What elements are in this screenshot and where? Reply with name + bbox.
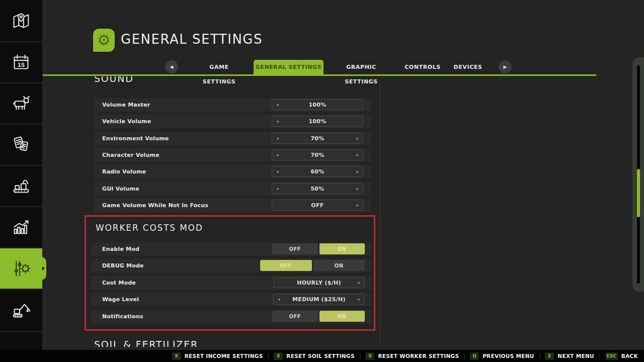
settings-app-icon: ⚙ (93, 29, 115, 52)
decrease-arrow-icon[interactable]: ◂ (276, 186, 279, 191)
radio-volume-stepper[interactable]: ◂ 60% ▸ (272, 166, 363, 177)
page-title: GENERAL SETTINGS (121, 32, 263, 47)
setting-label: Notifications (102, 313, 143, 320)
character-volume-stepper[interactable]: ◂ 70% ▸ (272, 149, 363, 160)
reset-worker-settings-button[interactable]: X RESET WORKER SETTINGS (365, 352, 459, 360)
setting-label: DEBUG Mode (102, 262, 144, 269)
decrease-arrow-icon[interactable]: ◂ (276, 169, 279, 174)
section-title-worker-costs-mod: WORKER COSTS MOD (96, 223, 203, 233)
setting-row-gui-volume: GUI Volume ◂ 50% ▸ (94, 182, 371, 196)
content-divider (380, 79, 380, 345)
sidebar-item-calendar[interactable]: 15 (0, 42, 42, 82)
section-title-sound: SOUND (94, 76, 134, 84)
scrollbar-thumb[interactable] (637, 169, 640, 217)
enable-mod-toggle: OFF ON (272, 243, 365, 254)
tab-general-settings[interactable]: GENERAL SETTINGS (254, 60, 324, 74)
previous-menu-button[interactable]: Q PREVIOUS MENU (470, 352, 534, 360)
excavator-icon (10, 298, 33, 321)
sidebar-item-construction[interactable] (0, 290, 42, 330)
sidebar-item-settings[interactable] (0, 248, 42, 289)
footer-label: NEXT MENU (557, 353, 594, 359)
production-icon (10, 174, 33, 198)
reset-income-settings-button[interactable]: X RESET INCOME SETTINGS (172, 352, 263, 360)
scrollbar-track[interactable] (637, 65, 640, 284)
toggle-off-button[interactable]: OFF (272, 243, 318, 254)
toggle-on-button[interactable]: ON (319, 311, 365, 322)
increase-arrow-icon[interactable]: ▸ (358, 297, 360, 302)
stepper-value: 50% (310, 186, 324, 192)
wage-level-stepper[interactable]: ◂ MEDIUM ($25/H) ▸ (273, 294, 365, 305)
general-settings-screen: { "accent_color": "#8cbc2b", "highlight_… (0, 0, 644, 362)
vehicle-volume-stepper[interactable]: ◂ 100% ▸ (272, 116, 363, 127)
stepper-value: MEDIUM ($25/H) (292, 296, 346, 303)
next-menu-button[interactable]: E NEXT MENU (545, 352, 594, 360)
settings-content: SOUND Volume Master ◂ 100% ▸ Vehicle Vol… (42, 76, 644, 347)
toggle-on-button[interactable]: ON (313, 260, 365, 271)
key-esc-icon: ESC (605, 352, 618, 360)
tabs-next-button[interactable]: ▶ (499, 60, 512, 73)
setting-label: GUI Volume (102, 186, 139, 192)
tabs-prev-button[interactable]: ◀ (165, 60, 178, 73)
setting-label: Wage Level (102, 296, 139, 303)
sidebar: 15 (0, 0, 42, 350)
settings-sliders-icon (10, 257, 33, 280)
volume-master-stepper[interactable]: ◂ 100% ▸ (272, 99, 363, 110)
reset-soil-settings-button[interactable]: X RESET SOIL SETTINGS (274, 352, 354, 360)
setting-label: Vehicle Volume (102, 118, 151, 125)
decrease-arrow-icon[interactable]: ◂ (278, 297, 280, 302)
setting-row-character-volume: Character Volume ◂ 70% ▸ (94, 148, 371, 162)
gear-icon: ⚙ (97, 33, 111, 48)
gui-volume-stepper[interactable]: ◂ 50% ▸ (272, 183, 363, 194)
toggle-on-button[interactable]: ON (319, 243, 365, 254)
footer-separator: | (463, 353, 465, 359)
setting-label: Game Volume While Not In Focus (102, 202, 208, 209)
scrollbar (632, 57, 644, 292)
increase-arrow-icon[interactable]: ▸ (356, 169, 359, 174)
setting-label: Radio Volume (102, 168, 146, 175)
increase-arrow-icon[interactable]: ▸ (358, 280, 360, 285)
footer-label: RESET SOIL SETTINGS (286, 353, 354, 359)
increase-arrow-icon[interactable]: ▸ (356, 136, 359, 141)
back-button[interactable]: ESC BACK (605, 352, 638, 360)
game-volume-focus-stepper[interactable]: ◂ OFF ▸ (272, 200, 363, 211)
svg-text:15: 15 (18, 62, 25, 68)
tab-controls[interactable]: CONTROLS (403, 60, 442, 74)
toggle-off-button[interactable]: OFF (260, 260, 312, 271)
key-x-icon: X (274, 352, 283, 360)
sidebar-item-animals[interactable] (0, 83, 42, 124)
footer-label: RESET INCOME SETTINGS (185, 353, 263, 359)
tab-game-settings[interactable]: GAME SETTINGS (193, 60, 246, 74)
stepper-value: HOURLY ($/H) (297, 280, 341, 286)
footer-label: RESET WORKER SETTINGS (378, 353, 459, 359)
increase-arrow-icon[interactable]: ▸ (356, 152, 359, 157)
sidebar-item-production[interactable] (0, 166, 42, 206)
setting-label: Character Volume (102, 152, 159, 158)
increase-arrow-icon[interactable]: ▸ (356, 186, 359, 191)
decrease-arrow-icon[interactable]: ◂ (276, 152, 279, 157)
worker-costs-mod-section: WORKER COSTS MOD Enable Mod OFF ON DEBUG… (85, 215, 375, 331)
sidebar-item-map[interactable] (0, 1, 42, 41)
tab-devices[interactable]: DEVICES (451, 60, 485, 74)
decrease-arrow-icon[interactable]: ◂ (276, 119, 279, 124)
statistics-icon (10, 216, 33, 239)
setting-row-vehicle-volume: Vehicle Volume ◂ 100% ▸ (94, 115, 371, 128)
decrease-arrow-icon[interactable]: ◂ (276, 102, 279, 107)
sidebar-item-statistics[interactable] (0, 207, 42, 247)
increase-arrow-icon[interactable]: ▸ (356, 203, 359, 208)
setting-row-debug-mode: DEBUG Mode OFF ON (91, 259, 372, 273)
cost-mode-stepper[interactable]: ◂ HOURLY ($/H) ▸ (273, 277, 365, 288)
sidebar-separator (0, 331, 42, 332)
documents-icon (10, 133, 33, 156)
sidebar-item-contracts[interactable] (0, 125, 42, 165)
stepper-value: OFF (311, 202, 324, 209)
stepper-value: 100% (308, 118, 326, 125)
tab-graphic-settings[interactable]: GRAPHIC SETTINGS (331, 60, 391, 74)
toggle-off-button[interactable]: OFF (272, 311, 318, 322)
decrease-arrow-icon[interactable]: ◂ (276, 136, 279, 141)
setting-row-volume-master: Volume Master ◂ 100% ▸ (94, 98, 371, 112)
footer-separator: | (359, 353, 361, 359)
map-icon (10, 10, 33, 33)
setting-row-game-volume-focus: Game Volume While Not In Focus ◂ OFF ▸ (94, 199, 371, 212)
environment-volume-stepper[interactable]: ◂ 70% ▸ (272, 133, 363, 144)
stepper-value: 60% (310, 168, 324, 175)
